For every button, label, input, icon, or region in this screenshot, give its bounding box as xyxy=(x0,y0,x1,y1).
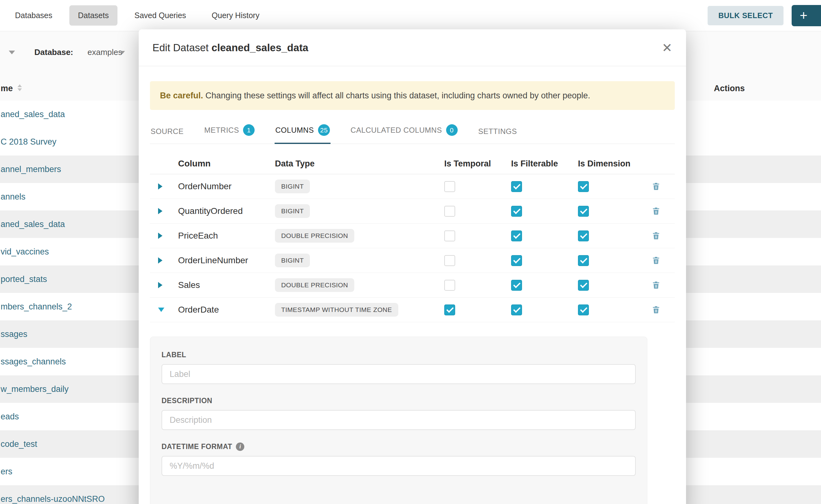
chevron-down-icon[interactable] xyxy=(120,51,125,54)
caret-icon xyxy=(158,257,162,264)
chevron-down-icon[interactable] xyxy=(9,51,15,54)
modal-tab-source[interactable]: SOURCE xyxy=(150,125,184,144)
dataset-name-link[interactable]: aned_sales_data xyxy=(0,110,65,119)
warning-text: Changing these settings will affect all … xyxy=(203,91,590,100)
caret-icon xyxy=(158,308,164,312)
is-filterable-checkbox[interactable] xyxy=(511,280,522,291)
tab-label: CALCULATED COLUMNS xyxy=(350,126,442,135)
is-temporal-header: Is Temporal xyxy=(444,159,511,169)
tab-label: COLUMNS xyxy=(275,126,314,135)
column-name: OrderLineNumber xyxy=(172,255,275,265)
column-name: QuantityOrdered xyxy=(172,206,275,216)
is-dimension-checkbox[interactable] xyxy=(578,280,589,291)
is-dimension-checkbox[interactable] xyxy=(578,255,589,266)
nav-item-datasets[interactable]: Datasets xyxy=(69,5,118,26)
is-filterable-checkbox[interactable] xyxy=(511,230,522,241)
column-name: OrderDate xyxy=(172,305,275,315)
dataset-name-link[interactable]: code_test xyxy=(0,439,37,449)
modal-tab-metrics[interactable]: METRICS1 xyxy=(204,122,255,144)
is-dimension-checkbox[interactable] xyxy=(578,304,589,315)
modal-tab-columns[interactable]: COLUMNS25 xyxy=(274,122,330,144)
delete-column-trash-icon[interactable] xyxy=(651,280,661,290)
sort-icon[interactable] xyxy=(17,84,22,91)
name-column-header[interactable]: me xyxy=(1,84,13,93)
dataset-name-link[interactable]: ers xyxy=(0,467,12,477)
is-temporal-checkbox[interactable] xyxy=(444,304,455,315)
bulk-select-button[interactable]: BULK SELECT xyxy=(708,6,784,25)
delete-column-trash-icon[interactable] xyxy=(651,256,661,265)
column-header: Column xyxy=(172,159,275,169)
tab-count-badge: 1 xyxy=(243,124,255,136)
is-temporal-checkbox[interactable] xyxy=(444,181,455,192)
database-filter-label: Database: xyxy=(34,47,73,57)
add-dataset-button[interactable]: + xyxy=(792,5,821,26)
datetime-format-field-label: DATETIME FORMAT i xyxy=(161,442,636,451)
database-filter-value[interactable]: examples xyxy=(87,47,122,57)
nav-item-databases[interactable]: Databases xyxy=(6,5,61,26)
is-filterable-checkbox[interactable] xyxy=(511,181,522,192)
column-detail-panel: LABEL DESCRIPTION DATETIME FORMAT i xyxy=(150,337,647,504)
is-dimension-checkbox[interactable] xyxy=(578,181,589,192)
expand-caret-icon[interactable] xyxy=(150,282,172,288)
close-icon[interactable]: ✕ xyxy=(662,42,672,54)
sort-asc-icon xyxy=(17,84,22,87)
tab-label: SETTINGS xyxy=(478,127,517,136)
modal-tab-settings[interactable]: SETTINGS xyxy=(478,125,518,144)
modal-title: Edit Dataset cleaned_sales_data xyxy=(152,42,308,54)
description-field-label: DESCRIPTION xyxy=(161,397,636,405)
dataset-name-link[interactable]: annel_members xyxy=(0,165,61,174)
tab-label: SOURCE xyxy=(151,127,184,136)
expand-caret-icon[interactable] xyxy=(150,208,172,214)
description-input[interactable] xyxy=(161,410,636,430)
modal-title-dataset-name: cleaned_sales_data xyxy=(211,42,308,53)
data-type-pill: TIMESTAMP WITHOUT TIME ZONE xyxy=(275,303,398,317)
column-row-orderlinenumber: OrderLineNumberBIGINT xyxy=(150,248,675,273)
is-filterable-checkbox[interactable] xyxy=(511,255,522,266)
tab-count-badge: 0 xyxy=(446,124,458,136)
dataset-name-link[interactable]: eads xyxy=(0,412,19,422)
delete-column-trash-icon[interactable] xyxy=(651,305,661,314)
delete-column-trash-icon[interactable] xyxy=(651,182,661,191)
top-nav: DatabasesDatasetsSaved QueriesQuery Hist… xyxy=(0,0,821,31)
datetime-format-input[interactable] xyxy=(161,456,636,476)
dataset-name-link[interactable]: aned_sales_data xyxy=(0,220,65,229)
is-temporal-checkbox[interactable] xyxy=(444,230,455,241)
dataset-name-link[interactable]: C 2018 Survey xyxy=(0,137,57,147)
dataset-name-link[interactable]: annels xyxy=(0,192,26,202)
delete-column-trash-icon[interactable] xyxy=(651,206,661,216)
expand-caret-icon[interactable] xyxy=(150,233,172,239)
datetime-format-label-text: DATETIME FORMAT xyxy=(161,442,232,451)
is-temporal-checkbox[interactable] xyxy=(444,206,455,217)
column-row-priceeach: PriceEachDOUBLE PRECISION xyxy=(150,224,675,248)
data-type-pill: BIGINT xyxy=(275,204,310,218)
dataset-name-link[interactable]: w_members_daily xyxy=(0,384,69,394)
dataset-name-link[interactable]: ers_channels-uzooNNtSRO xyxy=(0,494,105,504)
is-temporal-checkbox[interactable] xyxy=(444,255,455,266)
column-name: Sales xyxy=(172,280,275,290)
is-filterable-checkbox[interactable] xyxy=(511,206,522,217)
tab-label: METRICS xyxy=(204,126,239,135)
warning-banner: Be careful. Changing these settings will… xyxy=(150,81,675,110)
page: DatabasesDatasetsSaved QueriesQuery Hist… xyxy=(0,0,821,504)
dataset-name-link[interactable]: ported_stats xyxy=(0,274,47,284)
dataset-name-link[interactable]: ssages xyxy=(0,329,27,339)
expand-caret-icon[interactable] xyxy=(150,183,172,190)
collapse-caret-icon[interactable] xyxy=(150,308,172,312)
nav-item-query-history[interactable]: Query History xyxy=(203,5,268,26)
modal-tab-calculated-columns[interactable]: CALCULATED COLUMNS0 xyxy=(350,122,458,144)
label-input[interactable] xyxy=(161,364,636,384)
expand-caret-icon[interactable] xyxy=(150,257,172,264)
is-temporal-checkbox[interactable] xyxy=(444,280,455,291)
info-icon[interactable]: i xyxy=(236,442,244,451)
dataset-name-link[interactable]: ssages_channels xyxy=(0,357,66,367)
is-filterable-checkbox[interactable] xyxy=(511,304,522,315)
dataset-name-link[interactable]: vid_vaccines xyxy=(0,247,49,257)
is-dimension-checkbox[interactable] xyxy=(578,206,589,217)
is-filterable-header: Is Filterable xyxy=(511,159,578,169)
delete-column-trash-icon[interactable] xyxy=(651,231,661,240)
caret-icon xyxy=(158,282,162,288)
nav-item-saved-queries[interactable]: Saved Queries xyxy=(126,5,195,26)
data-type-pill: DOUBLE PRECISION xyxy=(275,229,354,243)
dataset-name-link[interactable]: mbers_channels_2 xyxy=(0,302,72,312)
is-dimension-checkbox[interactable] xyxy=(578,230,589,241)
